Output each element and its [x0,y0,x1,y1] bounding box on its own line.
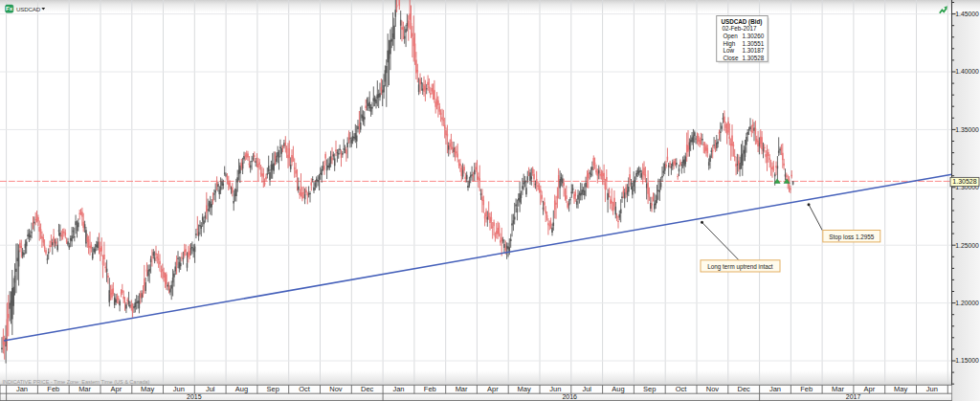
svg-text:Jan: Jan [392,385,404,393]
svg-text:Mar: Mar [456,385,468,393]
svg-text:1.40000: 1.40000 [955,68,979,75]
svg-text:Apr: Apr [487,385,499,393]
svg-text:02-Feb-2017: 02-Feb-2017 [722,25,757,32]
svg-text:1.15000: 1.15000 [955,357,979,364]
svg-text:Feb: Feb [424,385,436,393]
svg-text:Oct: Oct [299,385,311,393]
svg-text:1.20000: 1.20000 [955,300,979,306]
svg-text:Nov: Nov [706,385,720,393]
svg-text:Sep: Sep [643,385,656,393]
svg-text:1.30528: 1.30528 [952,178,976,185]
svg-text:Oct: Oct [676,385,688,393]
svg-text:May: May [518,385,531,393]
svg-text:2017: 2017 [846,393,861,400]
svg-text:Feb: Feb [47,385,59,393]
svg-text:1.30187: 1.30187 [743,47,765,54]
svg-text:Dec: Dec [738,385,751,393]
svg-text:Aug: Aug [235,385,248,393]
svg-text:Long term uptrend intact: Long term uptrend intact [707,263,773,271]
svg-text:Jun: Jun [926,385,938,393]
svg-text:Low: Low [723,47,734,54]
svg-text:Apr: Apr [111,385,122,393]
svg-text:Jul: Jul [582,385,591,393]
svg-text:Jun: Jun [549,385,561,393]
svg-text:1.30528: 1.30528 [743,55,765,61]
svg-text:Mar: Mar [78,385,91,393]
svg-text:Close: Close [723,55,739,61]
svg-text:Apr: Apr [863,385,875,393]
svg-text:Jun: Jun [173,385,185,393]
svg-text:Aug: Aug [612,385,624,393]
svg-text:Stop loss 1.2955: Stop loss 1.2955 [829,234,874,241]
svg-text:Dec: Dec [361,385,374,393]
svg-text:1.30260: 1.30260 [743,33,765,39]
svg-text:USDCAD (Bid): USDCAD (Bid) [721,18,762,26]
svg-text:May: May [141,385,154,393]
svg-text:Feb: Feb [800,385,813,393]
svg-text:1.25000: 1.25000 [955,242,979,249]
svg-text:Jan: Jan [769,385,781,393]
svg-text:2016: 2016 [562,393,577,400]
svg-text:INDICATIVE PRICE - Time Zone:: INDICATIVE PRICE - Time Zone: Eastern Ti… [3,379,150,385]
svg-text:1.35000: 1.35000 [955,126,979,133]
svg-text:2015: 2015 [187,393,202,400]
svg-text:Fx: Fx [6,5,13,11]
svg-text:1.45000: 1.45000 [955,11,979,17]
svg-text:Mar: Mar [832,385,844,393]
svg-text:Nov: Nov [329,385,343,393]
svg-text:Jan: Jan [16,385,28,393]
svg-text:1.30551: 1.30551 [743,40,765,47]
svg-text:Jul: Jul [206,385,215,393]
svg-text:USDCAD: USDCAD [16,6,41,12]
svg-text:May: May [894,385,907,393]
svg-text:Sep: Sep [267,385,279,393]
